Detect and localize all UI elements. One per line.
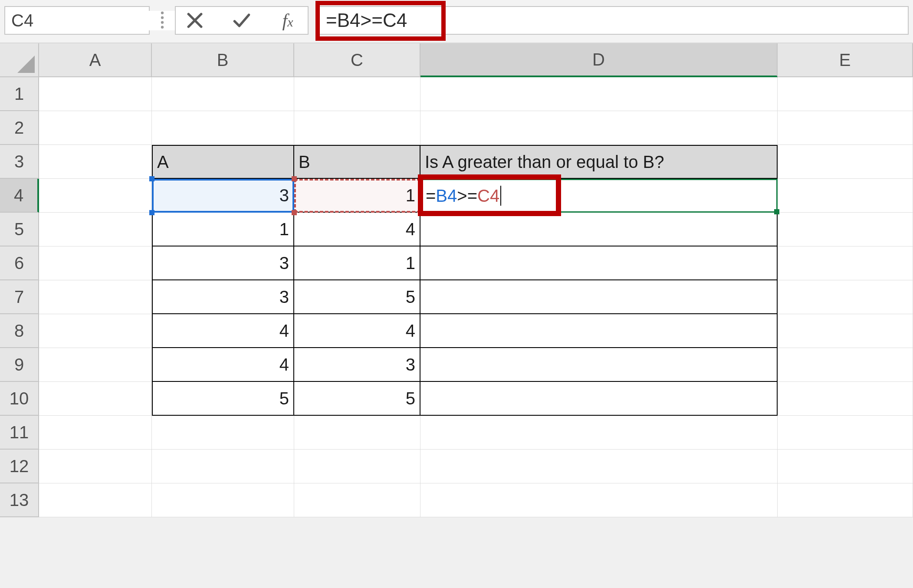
row-header-10[interactable]: 10 [0, 382, 39, 416]
cell-E2[interactable] [778, 111, 913, 145]
cell-A9[interactable] [39, 348, 152, 382]
cell-A12[interactable] [39, 450, 152, 483]
row-header-12[interactable]: 12 [0, 450, 39, 483]
column-headers: A B C D E [0, 43, 913, 77]
cell-D2[interactable] [420, 111, 778, 145]
cell-D7[interactable] [420, 280, 778, 314]
cell-D11[interactable] [420, 416, 778, 450]
col-header-A[interactable]: A [39, 43, 152, 77]
cell-A2[interactable] [39, 111, 152, 145]
cell-D9[interactable] [420, 348, 778, 382]
cell-D5[interactable] [420, 213, 778, 246]
cell-A6[interactable] [39, 246, 152, 280]
cell-A11[interactable] [39, 416, 152, 450]
row-header-8[interactable]: 8 [0, 314, 39, 348]
cell-C7[interactable]: 5 [294, 280, 420, 314]
name-box[interactable] [4, 6, 150, 35]
cell-D10[interactable] [420, 382, 778, 416]
row-header-9[interactable]: 9 [0, 348, 39, 382]
cell-E3[interactable] [778, 145, 913, 179]
formula-part-ref2: C4 [477, 186, 499, 206]
cell-C9[interactable]: 3 [294, 348, 420, 382]
cell-A13[interactable] [39, 483, 152, 517]
cell-B2[interactable] [152, 111, 294, 145]
cell-D12[interactable] [420, 450, 778, 483]
formula-input[interactable] [317, 10, 908, 31]
cell-E12[interactable] [778, 450, 913, 483]
cell-C11[interactable] [294, 416, 420, 450]
formula-part-op: >= [457, 186, 477, 206]
col-header-B[interactable]: B [152, 43, 294, 77]
cell-A10[interactable] [39, 382, 152, 416]
cell-E10[interactable] [778, 382, 913, 416]
enter-button[interactable] [230, 8, 254, 33]
cell-C10[interactable]: 5 [294, 382, 420, 416]
cell-A3[interactable] [39, 145, 152, 179]
cell-C13[interactable] [294, 483, 420, 517]
row-header-5[interactable]: 5 [0, 213, 39, 246]
row-header-6[interactable]: 6 [0, 246, 39, 280]
worksheet[interactable]: A B C D E 1 2 3 4 5 6 7 8 9 10 11 12 13 [0, 43, 913, 517]
cell-D4-edit[interactable]: =B4>=C4 [422, 181, 505, 210]
row-header-4[interactable]: 4 [0, 179, 39, 213]
cell-E4[interactable] [778, 179, 913, 213]
select-all-button[interactable] [0, 43, 39, 77]
cells-area[interactable]: A B Is A greater than or equal to B? 3 1… [39, 77, 913, 517]
cell-C1[interactable] [294, 77, 420, 111]
cell-B4[interactable]: 3 [152, 179, 294, 213]
cell-B9[interactable]: 4 [152, 348, 294, 382]
cell-A4[interactable] [39, 179, 152, 213]
cell-D13[interactable] [420, 483, 778, 517]
cell-B11[interactable] [152, 416, 294, 450]
row-header-1[interactable]: 1 [0, 77, 39, 111]
cell-E1[interactable] [778, 77, 913, 111]
cell-C12[interactable] [294, 450, 420, 483]
col-header-C[interactable]: C [294, 43, 420, 77]
cell-E5[interactable] [778, 213, 913, 246]
cell-B13[interactable] [152, 483, 294, 517]
cell-E11[interactable] [778, 416, 913, 450]
cell-D3[interactable]: Is A greater than or equal to B? [420, 145, 778, 179]
cell-A7[interactable] [39, 280, 152, 314]
cell-B12[interactable] [152, 450, 294, 483]
row-header-2[interactable]: 2 [0, 111, 39, 145]
cell-B1[interactable] [152, 77, 294, 111]
cell-A8[interactable] [39, 314, 152, 348]
formula-part-eq: = [426, 186, 436, 206]
cell-E7[interactable] [778, 280, 913, 314]
cell-C5[interactable]: 4 [294, 213, 420, 246]
row-header-13[interactable]: 13 [0, 483, 39, 517]
cell-E8[interactable] [778, 314, 913, 348]
cancel-button[interactable] [183, 8, 207, 33]
formula-bar-buttons: fx [175, 6, 309, 35]
col-header-D[interactable]: D [420, 43, 778, 77]
cell-C8[interactable]: 4 [294, 314, 420, 348]
cell-D1[interactable] [420, 77, 778, 111]
cell-B7[interactable]: 3 [152, 280, 294, 314]
row-header-11[interactable]: 11 [0, 416, 39, 450]
row-header-7[interactable]: 7 [0, 280, 39, 314]
formula-part-ref1: B4 [436, 186, 457, 206]
cell-B6[interactable]: 3 [152, 246, 294, 280]
cell-A5[interactable] [39, 213, 152, 246]
cell-C3[interactable]: B [294, 145, 420, 179]
svg-point-3 [161, 26, 164, 29]
cell-E9[interactable] [778, 348, 913, 382]
cell-B8[interactable]: 4 [152, 314, 294, 348]
cell-C4[interactable]: 1 [294, 179, 420, 213]
cell-C2[interactable] [294, 111, 420, 145]
formula-input-wrap[interactable] [316, 6, 909, 35]
cell-E6[interactable] [778, 246, 913, 280]
cell-B10[interactable]: 5 [152, 382, 294, 416]
cell-B3[interactable]: A [152, 145, 294, 179]
col-header-E[interactable]: E [778, 43, 913, 77]
cell-A1[interactable] [39, 77, 152, 111]
cell-C6[interactable]: 1 [294, 246, 420, 280]
fx-icon: fx [282, 10, 295, 31]
cell-E13[interactable] [778, 483, 913, 517]
cell-B5[interactable]: 1 [152, 213, 294, 246]
row-header-3[interactable]: 3 [0, 145, 39, 179]
cell-D8[interactable] [420, 314, 778, 348]
insert-function-button[interactable]: fx [276, 8, 301, 33]
cell-D6[interactable] [420, 246, 778, 280]
